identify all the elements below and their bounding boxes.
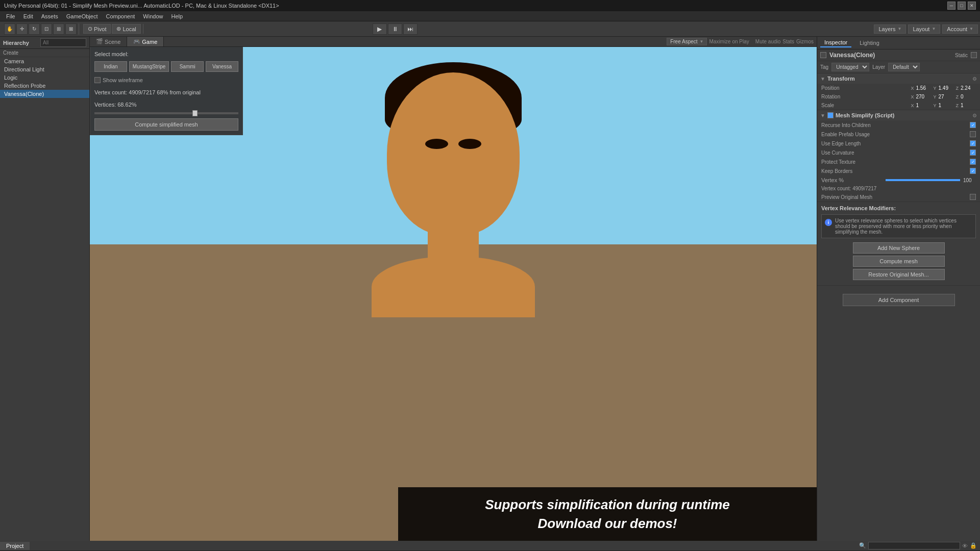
play-button[interactable]: ▶ xyxy=(373,23,387,35)
hand-tool[interactable]: ✋ xyxy=(4,23,15,35)
menu-component[interactable]: Component xyxy=(102,12,139,20)
model-btn-indian[interactable]: Indian xyxy=(94,61,127,72)
layout-dropdown[interactable]: Layout ▼ xyxy=(908,24,940,34)
layer-dropdown[interactable]: Default xyxy=(888,63,920,71)
static-checkbox[interactable] xyxy=(971,52,977,58)
pivot-button[interactable]: ⊙ Pivot xyxy=(83,24,111,34)
mesh-simplify-enable-checkbox[interactable] xyxy=(827,112,834,118)
protect-texture-label: Protect Texture xyxy=(821,159,883,165)
preview-original-checkbox[interactable] xyxy=(970,194,976,200)
model-btn-sammi[interactable]: Sammi xyxy=(171,61,204,72)
menu-edit[interactable]: Edit xyxy=(19,12,37,20)
maximize-button[interactable]: □ xyxy=(958,2,966,10)
prefab-usage-checkbox[interactable] xyxy=(970,131,976,137)
curvature-checkbox[interactable]: ✓ xyxy=(970,149,976,156)
hierarchy-item-vanessa[interactable]: Vanessa(Clone) xyxy=(0,90,89,98)
scale-y-value[interactable]: 1 xyxy=(939,103,954,108)
hierarchy-item-directional-light[interactable]: Directional Light xyxy=(0,65,89,73)
simplify-slider[interactable] xyxy=(94,112,238,114)
transform-title: Transform xyxy=(827,76,855,82)
menu-gameobject[interactable]: GameObject xyxy=(62,12,102,20)
compute-mesh-button[interactable]: Compute mesh xyxy=(853,256,945,267)
mute-audio-btn[interactable]: Mute audio xyxy=(755,39,780,44)
keep-borders-checkbox[interactable]: ✓ xyxy=(970,168,976,174)
universal-tool[interactable]: ⊠ xyxy=(65,23,77,35)
lock-icon[interactable]: 🔒 xyxy=(970,542,977,549)
edge-length-row: Use Edge Length ✓ xyxy=(817,139,980,148)
model-btn-vanessa[interactable]: Vanessa xyxy=(206,61,238,72)
rotate-tool[interactable]: ↻ xyxy=(29,23,40,35)
vertex-count-display: Vertex count: 4909/7217 68% from origina… xyxy=(94,88,238,97)
transform-position-row: Position X 1.56 Y 1.49 Z 2.24 xyxy=(817,84,980,92)
scale-z-value[interactable]: 1 xyxy=(961,103,976,108)
rect-tool[interactable]: ⊞ xyxy=(53,23,64,35)
hierarchy-search[interactable] xyxy=(40,38,86,47)
mesh-simplify-settings-icon[interactable]: ⚙ xyxy=(972,113,977,118)
compute-simplified-btn[interactable]: Compute simplified mesh xyxy=(94,118,238,131)
protect-texture-checkbox[interactable]: ✓ xyxy=(970,159,976,165)
wireframe-check[interactable]: Show wireframe xyxy=(94,77,238,83)
hierarchy-title: Hierarchy xyxy=(3,40,29,46)
project-search[interactable] xyxy=(868,542,960,549)
maximize-play-btn[interactable]: Maximize on Play xyxy=(709,39,753,44)
tab-scene[interactable]: 🎬 Scene xyxy=(90,37,127,46)
account-dropdown[interactable]: Account ▼ xyxy=(942,24,978,34)
edge-length-checkbox[interactable]: ✓ xyxy=(970,140,976,146)
model-btn-mustangstripe[interactable]: MustangStripe xyxy=(129,61,169,72)
transform-header[interactable]: ▼ Transform ⚙ xyxy=(817,73,980,84)
tag-label: Tag xyxy=(820,64,828,70)
step-button[interactable]: ⏭ xyxy=(403,23,418,35)
add-component-section: Add Component xyxy=(817,286,980,314)
close-button[interactable]: ✕ xyxy=(968,2,976,10)
menu-assets[interactable]: Assets xyxy=(37,12,62,20)
aspect-dropdown[interactable]: Free Aspect ▼ xyxy=(667,38,707,45)
scale-tool[interactable]: ⊡ xyxy=(41,23,52,35)
title-controls[interactable]: ─ □ ✕ xyxy=(947,2,976,10)
add-component-button[interactable]: Add Component xyxy=(843,294,955,306)
menu-file[interactable]: File xyxy=(2,12,19,20)
mesh-simplify-header[interactable]: ▼ Mesh Simplify (Script) ⚙ xyxy=(817,110,980,120)
layers-dropdown[interactable]: Layers ▼ xyxy=(874,24,906,34)
tab-inspector[interactable]: Inspector xyxy=(820,38,851,47)
add-sphere-button[interactable]: Add New Sphere xyxy=(853,242,945,254)
scale-x-value[interactable]: 1 xyxy=(916,103,931,108)
info-icon: i xyxy=(825,219,832,226)
hierarchy-item-reflection-probe[interactable]: Reflection Probe xyxy=(0,82,89,90)
move-tool[interactable]: ✛ xyxy=(16,23,28,35)
layout-label: Layout xyxy=(913,26,929,32)
menu-window[interactable]: Window xyxy=(139,12,167,20)
hierarchy-create[interactable]: Create xyxy=(0,49,89,57)
vertex-percent-slider[interactable] xyxy=(886,179,960,181)
go-active-checkbox[interactable] xyxy=(820,52,826,58)
rot-x-value[interactable]: 270 xyxy=(916,94,931,99)
layout-chevron-icon: ▼ xyxy=(932,27,936,31)
rot-y-value[interactable]: 27 xyxy=(939,94,954,99)
tab-project[interactable]: Project xyxy=(0,542,30,550)
search-btn[interactable]: 🔍 xyxy=(859,542,866,549)
tag-dropdown[interactable]: Untagged xyxy=(831,63,869,71)
pos-x-value[interactable]: 1.56 xyxy=(916,85,931,91)
transform-settings-icon[interactable]: ⚙ xyxy=(972,76,977,82)
wireframe-checkbox[interactable] xyxy=(94,77,101,83)
restore-mesh-button[interactable]: Restore Original Mesh... xyxy=(853,269,945,280)
stats-btn[interactable]: Stats xyxy=(782,39,794,44)
tag-layer-row: Tag Untagged Layer Default xyxy=(817,61,980,73)
simplify-slider-thumb[interactable] xyxy=(192,110,198,116)
pos-z-value[interactable]: 2.24 xyxy=(961,85,976,91)
hierarchy-item-camera[interactable]: Camera xyxy=(0,57,89,65)
gizmos-btn[interactable]: Gizmos xyxy=(796,39,814,44)
pause-button[interactable]: ⏸ xyxy=(388,23,402,35)
hierarchy-item-logic[interactable]: Logic xyxy=(0,73,89,82)
tab-game[interactable]: 🎮 Game xyxy=(127,37,164,46)
pos-y-value[interactable]: 1.49 xyxy=(939,85,954,91)
recurse-checkbox[interactable]: ✓ xyxy=(970,122,976,128)
tab-lighting[interactable]: Lighting xyxy=(855,39,884,47)
eye-icon[interactable]: 👁 xyxy=(962,543,968,549)
rot-y-label: Y xyxy=(933,94,936,99)
inspector-header: Inspector Lighting xyxy=(817,37,980,49)
rot-z-value[interactable]: 0 xyxy=(961,94,976,99)
prefab-usage-row: Enable Prefab Usage xyxy=(817,130,980,139)
minimize-button[interactable]: ─ xyxy=(947,2,955,10)
menu-help[interactable]: Help xyxy=(167,12,187,20)
local-button[interactable]: ⊛ Local xyxy=(112,24,140,34)
